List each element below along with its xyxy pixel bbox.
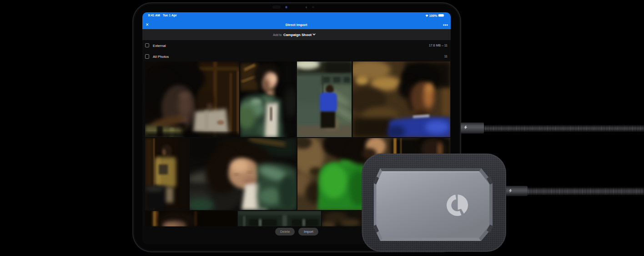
- svg-text:100%: 100%: [429, 14, 438, 17]
